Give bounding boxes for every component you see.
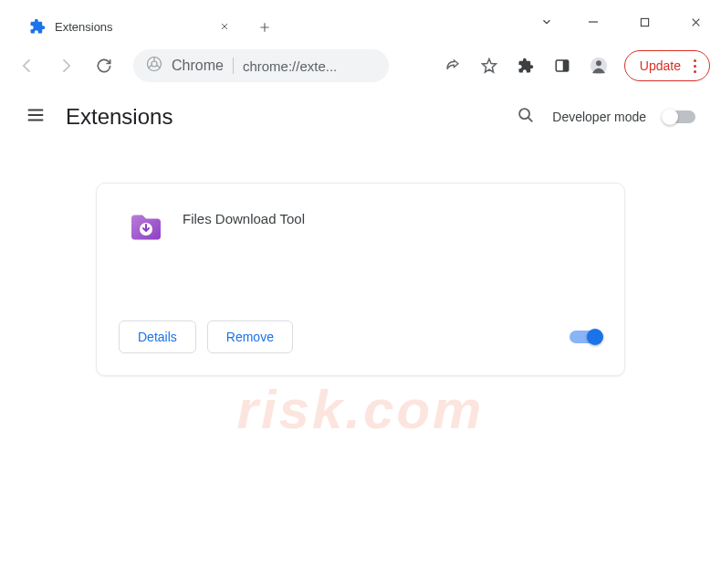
omnibox-url: chrome://exte... — [243, 58, 376, 74]
search-icon[interactable] — [516, 105, 536, 129]
developer-mode-label: Developer mode — [552, 110, 646, 124]
tab-title: Extensions — [55, 20, 208, 34]
forward-button[interactable] — [49, 49, 82, 82]
close-window-button[interactable] — [670, 0, 721, 44]
update-label: Update — [640, 58, 681, 73]
window-controls — [526, 0, 721, 44]
details-button[interactable]: Details — [119, 320, 196, 353]
puzzle-icon — [29, 18, 46, 35]
extension-name: Files Download Tool — [183, 211, 305, 226]
new-tab-button[interactable] — [252, 15, 277, 40]
bookmark-star-icon[interactable] — [473, 49, 506, 82]
back-button[interactable] — [11, 49, 44, 82]
menu-dots-icon — [690, 59, 700, 73]
remove-button[interactable]: Remove — [207, 320, 293, 353]
developer-mode-toggle[interactable] — [663, 110, 695, 123]
browser-tab[interactable]: Extensions — [16, 9, 245, 44]
window-titlebar: Extensions — [0, 0, 721, 44]
omnibox-prefix: Chrome — [172, 58, 224, 74]
svg-rect-0 — [641, 18, 648, 26]
minimize-button[interactable] — [568, 0, 619, 44]
svg-rect-4 — [563, 60, 569, 71]
extension-card: Files Download Tool Details Remove — [96, 183, 625, 376]
chrome-logo-icon — [146, 56, 162, 76]
extension-enable-toggle[interactable] — [569, 331, 602, 343]
page-content: PC risk.com Extensions Developer mode — [0, 88, 721, 588]
close-tab-icon[interactable] — [217, 19, 232, 34]
address-bar[interactable]: Chrome chrome://exte... — [133, 49, 389, 82]
folder-download-icon — [128, 209, 164, 246]
sidepanel-icon[interactable] — [546, 49, 579, 82]
svg-point-2 — [152, 61, 157, 67]
browser-toolbar: Chrome chrome://exte... Update — [0, 44, 721, 88]
update-button[interactable]: Update — [624, 50, 710, 81]
profile-avatar-icon[interactable] — [582, 49, 615, 82]
page-title: Extensions — [66, 104, 172, 130]
svg-point-7 — [519, 109, 529, 119]
maximize-button[interactable] — [619, 0, 670, 44]
omnibox-divider — [233, 58, 234, 74]
hamburger-menu-icon[interactable] — [26, 105, 46, 129]
svg-point-6 — [596, 60, 601, 66]
extensions-puzzle-icon[interactable] — [509, 49, 542, 82]
chevron-down-icon[interactable] — [526, 0, 568, 44]
reload-button[interactable] — [88, 49, 120, 82]
share-icon[interactable] — [436, 49, 469, 82]
extensions-header: Extensions Developer mode — [0, 88, 721, 146]
